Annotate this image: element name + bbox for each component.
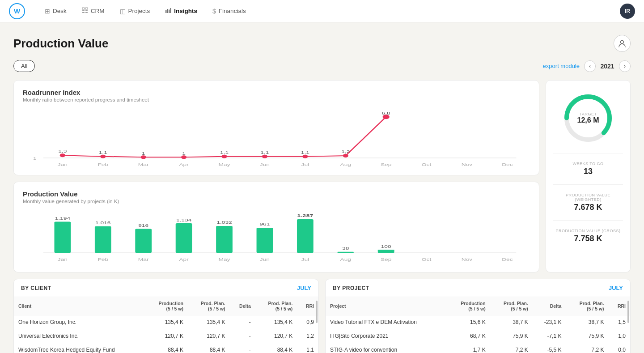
client-prod: 135,4 K	[146, 315, 188, 329]
col-project: Project	[326, 297, 447, 315]
by-client-header: BY CLIENT JULY	[14, 279, 318, 297]
client-prod: 120,7 K	[146, 329, 188, 343]
svg-text:Nov: Nov	[462, 257, 473, 261]
filter-all-button[interactable]: All	[13, 60, 35, 72]
nav-item-crm[interactable]: CRM	[76, 4, 111, 17]
svg-text:Mar: Mar	[138, 162, 149, 166]
controls-right: export module ‹ 2021 ›	[543, 60, 631, 72]
nav-item-desk[interactable]: ⊞ Desk	[38, 5, 73, 17]
svg-text:916: 916	[138, 223, 148, 227]
scrollbar[interactable]	[315, 297, 318, 353]
by-client-table-card: BY CLIENT JULY Client Production(5 / 5 w…	[13, 279, 319, 353]
svg-text:Aug: Aug	[340, 162, 352, 166]
project-plan2: 38,7 K	[566, 315, 608, 329]
svg-text:Aug: Aug	[340, 257, 352, 261]
page-title: Production Value	[13, 37, 108, 51]
app-logo[interactable]: W	[9, 3, 25, 19]
svg-text:Sep: Sep	[381, 257, 392, 261]
svg-text:1,2: 1,2	[341, 149, 350, 153]
svg-point-28	[181, 155, 186, 159]
project-name: Video Tutorial FTX e DEM Activation	[326, 315, 447, 329]
project-plan2: 75,9 K	[566, 329, 608, 343]
svg-text:6,8: 6,8	[382, 111, 390, 115]
target-label: TARGET	[577, 112, 599, 116]
weeks-label: WEEKS TO GO	[572, 162, 603, 166]
client-delta: -	[230, 315, 255, 329]
svg-text:Nov: Nov	[462, 162, 473, 166]
svg-text:Jul: Jul	[301, 162, 309, 166]
roadrunner-chart-card: Roadrunner Index Monthly ratio between r…	[13, 80, 539, 175]
year-navigation: ‹ 2021 ›	[584, 60, 631, 72]
by-client-month: JULY	[297, 285, 311, 291]
svg-rect-61	[257, 228, 273, 253]
by-project-month: JULY	[609, 285, 623, 291]
svg-text:1.194: 1.194	[55, 216, 71, 220]
nav-label-financials: Financials	[219, 8, 246, 14]
tables-section: BY CLIENT JULY Client Production(5 / 5 w…	[13, 279, 631, 353]
col-prod-plan2: Prod. Plan.(5 / 5 w)	[255, 297, 297, 315]
svg-text:Jun: Jun	[260, 257, 270, 261]
project-delta: -7,1 K	[533, 329, 566, 343]
year-next-button[interactable]: ›	[619, 60, 631, 72]
divider-1	[553, 153, 623, 153]
side-panel: TARGET 12,6 M WEEKS TO GO 13 PRODUCTION …	[546, 80, 631, 272]
col-prod-plan: Prod. Plan.(5 / 5 w)	[188, 297, 230, 315]
prod-gross-label: PRODUCTION VALUE (GROSS)	[556, 229, 621, 233]
col-production: Production(5 / 5 w)	[146, 297, 188, 315]
client-plan: 120,7 K	[188, 329, 230, 343]
svg-point-29	[221, 155, 227, 158]
col-production: Production(5 / 5 w)	[447, 297, 490, 315]
client-name: One Horizon Group, Inc.	[14, 315, 146, 329]
col-delta: Delta	[230, 297, 255, 315]
divider-3	[553, 220, 623, 221]
svg-text:Feb: Feb	[97, 257, 108, 261]
client-delta: -	[230, 343, 255, 353]
nav-item-insights[interactable]: Insights	[159, 4, 203, 17]
bar-chart-svg: Jan Feb Mar Apr May Jun Jul Aug Sep Oct …	[23, 210, 530, 264]
export-module-link[interactable]: export module	[543, 63, 580, 69]
by-client-tbody: One Horizon Group, Inc. 135,4 K 135,4 K …	[14, 315, 318, 353]
nav-item-projects[interactable]: ◫ Projects	[114, 5, 157, 17]
col-prod-plan: Prod. Plan.(5 / 5 w)	[490, 297, 533, 315]
svg-text:Jan: Jan	[58, 162, 68, 166]
table-row: One Horizon Group, Inc. 135,4 K 135,4 K …	[14, 315, 318, 329]
production-value-chart-card: Production Value Monthly value generated…	[13, 182, 539, 272]
nav-item-financials[interactable]: $ Financials	[206, 5, 252, 17]
svg-text:1.016: 1.016	[95, 220, 110, 225]
roadrunner-title: Roadrunner Index	[23, 89, 530, 96]
client-plan: 88,4 K	[188, 343, 230, 353]
page-header: Production Value	[13, 35, 631, 52]
nav-label-crm: CRM	[91, 8, 105, 14]
svg-text:1: 1	[33, 156, 37, 160]
svg-rect-5	[85, 12, 88, 13]
project-prod: 15,6 K	[447, 315, 490, 329]
col-delta: Delta	[533, 297, 566, 315]
svg-rect-62	[297, 219, 314, 253]
svg-text:May: May	[219, 257, 230, 261]
svg-point-32	[343, 154, 348, 157]
year-label: 2021	[598, 63, 616, 70]
insights-icon	[165, 7, 171, 15]
client-plan2: 88,4 K	[255, 343, 297, 353]
donut-label: TARGET 12,6 M	[577, 112, 599, 124]
user-avatar[interactable]: IR	[620, 4, 635, 19]
svg-text:1.287: 1.287	[297, 213, 314, 218]
svg-text:1,1: 1,1	[220, 150, 229, 154]
weeks-to-go-stat: WEEKS TO GO 13	[572, 162, 603, 176]
prod-weighted-value: 7.678 K	[553, 203, 623, 212]
pv-bar-chart: Jan Feb Mar Apr May Jun Jul Aug Sep Oct …	[23, 210, 530, 264]
svg-rect-4	[82, 12, 85, 13]
person-button[interactable]	[614, 35, 631, 52]
top-navigation: W ⊞ Desk CRM ◫ Projects	[0, 0, 644, 22]
scrollbar-thumb	[627, 301, 629, 323]
page-header-right	[614, 35, 631, 52]
project-plan: 75,9 K	[490, 329, 533, 343]
svg-text:1.134: 1.134	[176, 217, 192, 222]
scrollbar[interactable]	[627, 297, 630, 353]
year-prev-button[interactable]: ‹	[584, 60, 596, 72]
target-donut-chart: TARGET 12,6 M	[561, 91, 615, 145]
by-project-header: BY PROJECT JULY	[326, 279, 630, 297]
by-project-table-scroll: Project Production(5 / 5 w) Prod. Plan.(…	[326, 297, 630, 353]
svg-point-10	[621, 41, 624, 44]
prod-weighted-label: PRODUCTION VALUE (WEIGHTED)	[553, 193, 623, 202]
